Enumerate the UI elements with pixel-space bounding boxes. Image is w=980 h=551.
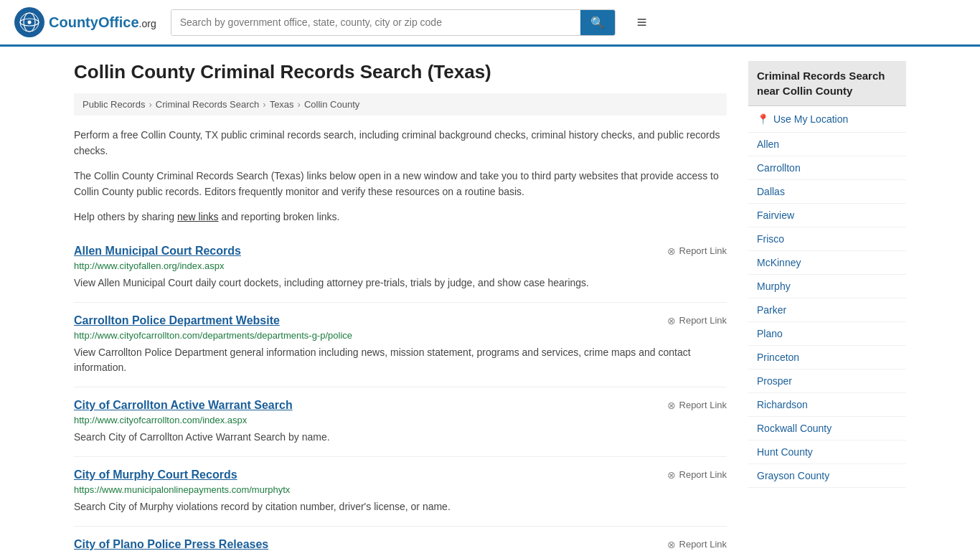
content-wrapper: Collin County Criminal Records Search (T… [60, 47, 920, 551]
sidebar-link[interactable]: McKinney [748, 251, 906, 275]
report-label: Report Link [679, 400, 727, 410]
sidebar-link[interactable]: Princeton [748, 346, 906, 369]
description-2: The Collin County Criminal Records Searc… [74, 168, 727, 200]
record-url[interactable]: http://www.cityofallen.org/index.aspx [74, 260, 727, 271]
report-label: Report Link [679, 315, 727, 326]
record-title[interactable]: City of Murphy Court Records [74, 468, 237, 481]
report-link[interactable]: ⊗ Report Link [667, 400, 727, 411]
record-title[interactable]: Carrollton Police Department Website [74, 314, 280, 327]
sidebar-link[interactable]: Hunt County [748, 441, 906, 464]
record-entry: Allen Municipal Court Records ⊗ Report L… [74, 233, 727, 302]
new-links-link[interactable]: new links [177, 211, 219, 222]
report-icon: ⊗ [667, 245, 676, 257]
record-desc: View Allen Municipal Court daily court d… [74, 276, 727, 291]
report-link[interactable]: ⊗ Report Link [667, 469, 727, 481]
sidebar-link[interactable]: Richardson [748, 393, 906, 417]
search-input[interactable] [171, 10, 580, 35]
description-1: Perform a free Collin County, TX public … [74, 127, 727, 159]
report-icon: ⊗ [667, 400, 676, 411]
sidebar-link[interactable]: Murphy [748, 275, 906, 298]
sidebar-title: Criminal Records Search near Collin Coun… [748, 61, 906, 106]
record-url[interactable]: http://www.cityofcarrollton.com/departme… [74, 330, 727, 341]
sidebar-link[interactable]: Fairview [748, 204, 906, 227]
record-entry: City of Plano Police Press Releases ⊗ Re… [74, 526, 727, 551]
record-entry: City of Carrollton Active Warrant Search… [74, 387, 727, 456]
report-label: Report Link [679, 469, 727, 480]
sidebar: Criminal Records Search near Collin Coun… [748, 61, 906, 551]
record-desc: View Carrollton Police Department genera… [74, 345, 727, 375]
record-header: City of Carrollton Active Warrant Search… [74, 399, 727, 412]
report-label: Report Link [679, 245, 727, 256]
report-label: Report Link [679, 539, 727, 550]
breadcrumb-criminal-records[interactable]: Criminal Records Search [156, 99, 260, 110]
page-title: Collin County Criminal Records Search (T… [74, 61, 727, 83]
sidebar-link[interactable]: Prosper [748, 369, 906, 393]
record-header: Carrollton Police Department Website ⊗ R… [74, 314, 727, 327]
report-link[interactable]: ⊗ Report Link [667, 315, 727, 326]
report-icon: ⊗ [667, 315, 676, 326]
logo-text: CountyOffice.org [49, 14, 156, 31]
record-header: Allen Municipal Court Records ⊗ Report L… [74, 245, 727, 258]
logo-icon [14, 7, 44, 37]
record-url[interactable]: http://www.cityofcarrollton.com/index.as… [74, 415, 727, 425]
logo[interactable]: CountyOffice.org [14, 7, 156, 37]
record-url[interactable]: https://www.municipalonlinepayments.com/… [74, 484, 727, 495]
breadcrumb-collin-county[interactable]: Collin County [304, 99, 359, 110]
sidebar-link[interactable]: Rockwall County [748, 417, 906, 441]
main-content: Collin County Criminal Records Search (T… [74, 61, 727, 551]
use-location-label: Use My Location [773, 113, 848, 125]
record-title[interactable]: Allen Municipal Court Records [74, 245, 241, 258]
record-title[interactable]: City of Plano Police Press Releases [74, 538, 268, 551]
breadcrumb-public-records[interactable]: Public Records [83, 99, 145, 110]
search-bar: 🔍 [171, 9, 616, 36]
breadcrumb: Public Records › Criminal Records Search… [74, 93, 727, 116]
record-desc: Search City of Carrollton Active Warrant… [74, 430, 727, 445]
description-3: Help others by sharing new links and rep… [74, 209, 727, 225]
report-link[interactable]: ⊗ Report Link [667, 539, 727, 550]
location-icon: 📍 [757, 113, 769, 125]
record-entry: Carrollton Police Department Website ⊗ R… [74, 302, 727, 387]
sidebar-link[interactable]: Frisco [748, 227, 906, 251]
sidebar-links-list: AllenCarrolltonDallasFairviewFriscoMcKin… [748, 133, 906, 488]
sidebar-link[interactable]: Dallas [748, 180, 906, 204]
use-location-button[interactable]: 📍 Use My Location [748, 106, 906, 133]
sidebar-link[interactable]: Allen [748, 133, 906, 156]
sidebar-link[interactable]: Grayson County [748, 464, 906, 488]
search-button[interactable]: 🔍 [580, 10, 615, 35]
report-icon: ⊗ [667, 539, 676, 550]
record-title[interactable]: City of Carrollton Active Warrant Search [74, 399, 293, 412]
menu-button[interactable]: ≡ [637, 12, 647, 32]
site-header: CountyOffice.org 🔍 ≡ [0, 0, 980, 47]
record-desc: Search City of Murphy violations record … [74, 499, 727, 514]
sidebar-link[interactable]: Plano [748, 322, 906, 346]
svg-point-3 [28, 21, 32, 24]
records-list: Allen Municipal Court Records ⊗ Report L… [74, 233, 727, 551]
record-entry: City of Murphy Court Records ⊗ Report Li… [74, 456, 727, 526]
sidebar-link[interactable]: Carrollton [748, 156, 906, 180]
record-header: City of Murphy Court Records ⊗ Report Li… [74, 468, 727, 481]
record-header: City of Plano Police Press Releases ⊗ Re… [74, 538, 727, 551]
sidebar-link[interactable]: Parker [748, 298, 906, 322]
report-icon: ⊗ [667, 469, 676, 481]
breadcrumb-texas[interactable]: Texas [270, 99, 294, 110]
report-link[interactable]: ⊗ Report Link [667, 245, 727, 257]
